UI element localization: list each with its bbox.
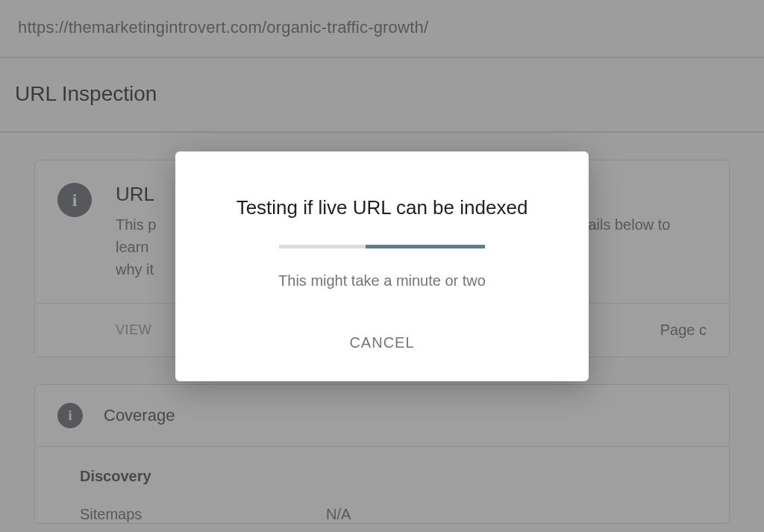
modal-overlay: Testing if live URL can be indexed This … (0, 0, 764, 532)
progress-bar (279, 245, 485, 248)
cancel-button[interactable]: CANCEL (334, 327, 429, 359)
live-test-dialog: Testing if live URL can be indexed This … (175, 151, 589, 381)
progress-track (279, 245, 366, 248)
dialog-subtitle: This might take a minute or two (205, 272, 559, 290)
progress-fill (366, 245, 485, 248)
dialog-title: Testing if live URL can be indexed (205, 196, 559, 219)
